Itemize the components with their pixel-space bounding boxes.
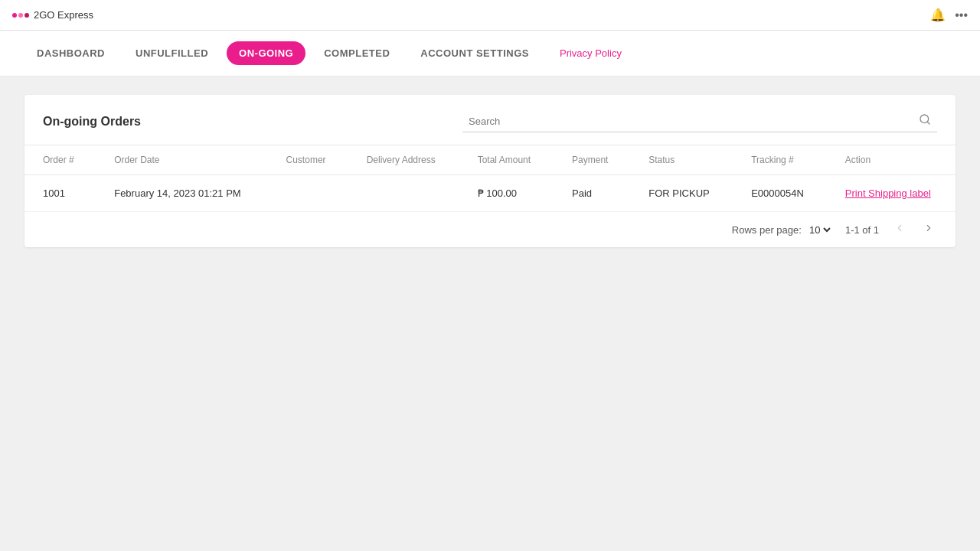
col-header-tracking: Tracking # xyxy=(733,145,827,175)
col-header-delivery-address: Delivery Address xyxy=(348,145,459,175)
print-shipping-label-link[interactable]: Print Shipping label xyxy=(845,187,931,199)
table-body: 1001 February 14, 2023 01:21 PM ₱ 100.00… xyxy=(24,175,956,212)
cell-status: FOR PICKUP xyxy=(630,175,733,212)
rows-per-page-label: Rows per page: xyxy=(732,224,802,236)
notification-icon[interactable]: 🔔 xyxy=(930,8,946,22)
search-container xyxy=(462,110,937,132)
logo-dots xyxy=(12,13,29,18)
cell-tracking: E0000054N xyxy=(733,175,827,212)
logo-icon xyxy=(12,13,29,18)
nav-item-unfulfilled[interactable]: UNFULFILLED xyxy=(123,41,220,65)
main-content: On-going Orders Order # Order Date xyxy=(0,77,980,266)
col-header-order-date: Order Date xyxy=(96,145,267,175)
col-header-customer: Customer xyxy=(268,145,348,175)
navbar: DASHBOARD UNFULFILLED ON-GOING COMPLETED… xyxy=(0,31,980,77)
nav-item-dashboard[interactable]: DASHBOARD xyxy=(24,41,117,65)
logo-dot-1 xyxy=(12,13,17,18)
prev-page-button[interactable] xyxy=(891,221,908,238)
more-options-icon[interactable]: ••• xyxy=(955,8,968,22)
cell-order-num: 1001 xyxy=(24,175,96,212)
orders-header: On-going Orders xyxy=(24,95,956,145)
orders-table: Order # Order Date Customer Delivery Add… xyxy=(24,145,956,212)
col-header-order-num: Order # xyxy=(24,145,96,175)
cell-action: Print Shipping label xyxy=(827,175,956,212)
page-info: 1-1 of 1 xyxy=(845,224,879,236)
nav-item-ongoing[interactable]: ON-GOING xyxy=(227,41,305,65)
cell-delivery-address xyxy=(348,175,459,212)
col-header-payment: Payment xyxy=(554,145,630,175)
rows-per-page-select[interactable]: 10 25 50 xyxy=(806,223,833,236)
nav-item-completed[interactable]: COMPLETED xyxy=(312,41,402,65)
col-header-action: Action xyxy=(827,145,956,175)
cell-payment: Paid xyxy=(554,175,630,212)
logo-dot-2 xyxy=(18,13,23,18)
topbar-left: 2GO Express xyxy=(12,9,93,21)
table-row: 1001 February 14, 2023 01:21 PM ₱ 100.00… xyxy=(24,175,956,212)
next-page-button[interactable] xyxy=(920,221,937,238)
app-name: 2GO Express xyxy=(34,9,93,21)
search-icon xyxy=(919,113,931,129)
cell-total-amount: ₱ 100.00 xyxy=(459,175,554,212)
orders-title: On-going Orders xyxy=(43,115,141,129)
nav-item-account-settings[interactable]: ACCOUNT SETTINGS xyxy=(408,41,541,65)
col-header-total-amount: Total Amount xyxy=(459,145,554,175)
table-container: Order # Order Date Customer Delivery Add… xyxy=(24,145,956,212)
col-header-status: Status xyxy=(630,145,733,175)
cell-customer xyxy=(268,175,348,212)
nav-item-privacy-policy[interactable]: Privacy Policy xyxy=(547,41,634,65)
topbar-right: 🔔 ••• xyxy=(930,8,968,22)
logo-dot-3 xyxy=(24,13,29,18)
rows-per-page: Rows per page: 10 25 50 xyxy=(732,223,833,236)
search-input[interactable] xyxy=(469,116,919,127)
cell-order-date: February 14, 2023 01:21 PM xyxy=(96,175,267,212)
svg-line-1 xyxy=(927,122,929,124)
table-header-row: Order # Order Date Customer Delivery Add… xyxy=(24,145,956,175)
pagination-row: Rows per page: 10 25 50 1-1 of 1 xyxy=(24,212,956,247)
orders-card: On-going Orders Order # Order Date xyxy=(24,95,956,247)
topbar: 2GO Express 🔔 ••• xyxy=(0,0,980,31)
